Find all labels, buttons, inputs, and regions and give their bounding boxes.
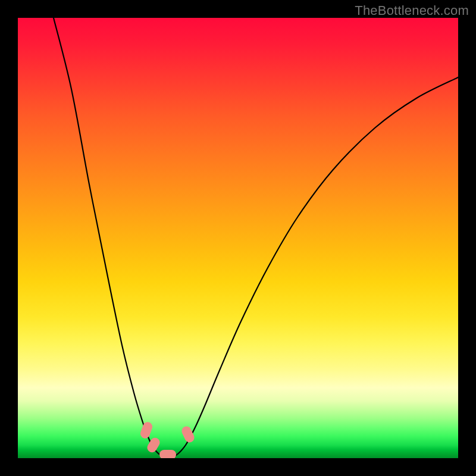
cluster-left-lower xyxy=(146,436,162,455)
cluster-bottom xyxy=(159,450,176,458)
attribution-label: TheBottleneck.com xyxy=(355,3,469,18)
marker-group xyxy=(139,421,196,458)
plot-area xyxy=(18,18,458,458)
curve-layer xyxy=(18,18,458,458)
cluster-right xyxy=(180,425,196,444)
cluster-left-upper xyxy=(139,421,154,440)
chart-frame: TheBottleneck.com xyxy=(0,0,476,476)
bottleneck-curve xyxy=(54,18,458,458)
